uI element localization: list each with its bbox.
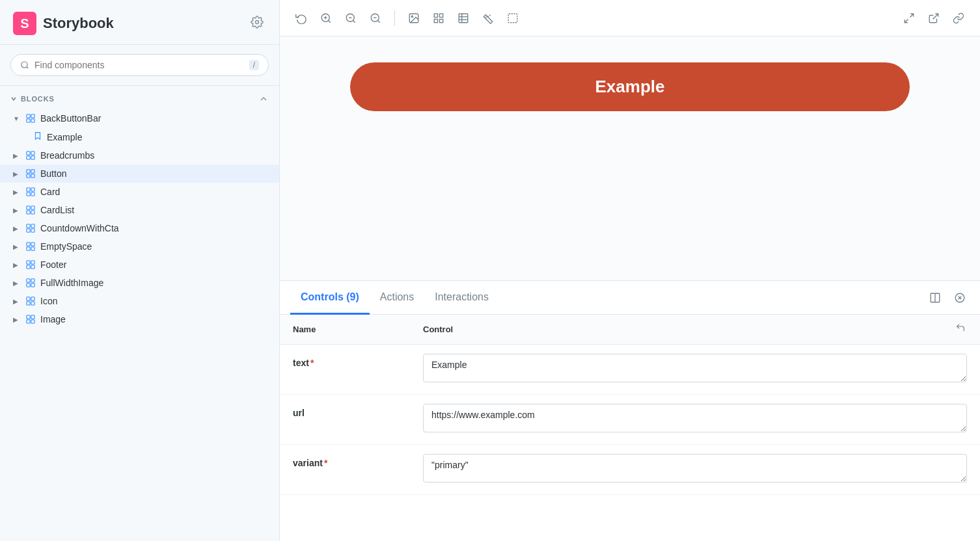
sidebar-item-label: EmptySpace [40, 241, 92, 252]
sidebar-item-cardlist[interactable]: ▶ CardList [0, 201, 279, 219]
grid-icon [26, 114, 35, 123]
svg-rect-3 [27, 114, 30, 118]
sidebar-item-label: BackButtonBar [40, 113, 101, 124]
ruler-icon [482, 12, 494, 24]
control-value-url: https://www.example.com [423, 404, 967, 435]
svg-rect-19 [27, 206, 30, 209]
sidebar-item-example[interactable]: Example [0, 127, 279, 146]
sidebar-item-label: Icon [40, 296, 57, 306]
reload-button[interactable] [290, 8, 312, 28]
expand-arrow-icon: ▶ [13, 225, 21, 232]
tab-interactions[interactable]: Interactions [424, 282, 499, 315]
expand-arrow-icon: ▶ [13, 243, 21, 250]
svg-rect-68 [508, 14, 517, 23]
link-icon [953, 12, 964, 24]
settings-button[interactable] [248, 13, 266, 34]
sidebar-item-button[interactable]: ▶ Button [0, 165, 279, 183]
expand-arrow-icon: ▶ [13, 152, 21, 159]
outline-button[interactable] [502, 8, 524, 28]
sidebar-item-fullwidthimage[interactable]: ▶ FullWidthImage [0, 274, 279, 292]
svg-rect-39 [27, 297, 30, 300]
tab-controls[interactable]: Controls (9) [290, 282, 370, 315]
component-icon [26, 278, 35, 287]
reset-controls-button[interactable] [954, 321, 967, 337]
chevron-down-icon [10, 96, 17, 102]
svg-rect-8 [31, 152, 34, 155]
sidebar-item-image[interactable]: ▶ Image [0, 310, 279, 328]
svg-rect-59 [434, 19, 437, 22]
copy-link-button[interactable] [947, 8, 970, 28]
control-value-variant: "primary" [423, 454, 967, 485]
svg-rect-22 [31, 211, 34, 214]
logo-icon: S [13, 12, 36, 35]
example-button[interactable]: Example [350, 62, 910, 111]
new-tab-button[interactable] [923, 8, 945, 28]
sidebar: S Storybook / BLOCKS [0, 0, 280, 541]
split-panel-button[interactable] [925, 289, 945, 306]
search-wrapper: / [10, 54, 269, 76]
svg-rect-23 [27, 224, 30, 228]
svg-rect-44 [31, 315, 34, 319]
sidebar-item-countdownwithcta[interactable]: ▶ CountdownWithCta [0, 219, 279, 237]
sidebar-item-emptyspace[interactable]: ▶ EmptySpace [0, 237, 279, 256]
grid-icon [26, 242, 35, 251]
svg-rect-35 [27, 279, 30, 282]
split-view-icon [929, 292, 941, 304]
story-icon [34, 131, 42, 140]
svg-line-69 [910, 14, 914, 17]
expand-arrow-icon: ▶ [13, 189, 21, 196]
svg-rect-13 [27, 174, 30, 178]
fullscreen-button[interactable] [898, 8, 920, 28]
grid-view-button[interactable] [428, 8, 450, 28]
sidebar-item-backbuttonbar[interactable]: ▼ BackButtonBar [0, 109, 279, 127]
sidebar-item-icon[interactable]: ▶ Icon [0, 292, 279, 310]
grid-icon [26, 151, 35, 160]
sidebar-item-label: Image [40, 314, 66, 324]
component-icon [26, 224, 35, 233]
variant-input[interactable]: "primary" [423, 454, 967, 482]
ruler-button[interactable] [477, 8, 499, 28]
svg-rect-21 [27, 211, 30, 214]
svg-rect-16 [31, 188, 34, 191]
image-view-button[interactable] [403, 8, 425, 28]
sidebar-item-card[interactable]: ▶ Card [0, 183, 279, 201]
zoom-out-button[interactable] [340, 8, 362, 28]
main-area: Example Controls (9) Actions Interaction… [280, 0, 980, 541]
zoom-in-button[interactable] [315, 8, 337, 28]
sidebar-item-label: Button [40, 168, 66, 179]
svg-line-48 [328, 20, 330, 22]
close-panel-button[interactable] [950, 289, 970, 306]
svg-rect-57 [434, 14, 437, 17]
svg-rect-37 [27, 284, 30, 287]
app-name: Storybook [43, 15, 114, 32]
toolbar-separator [394, 10, 395, 26]
sidebar-item-breadcrumbs[interactable]: ▶ Breadcrumbs [0, 146, 279, 165]
svg-rect-12 [31, 170, 34, 173]
component-icon [26, 187, 35, 196]
preview-area: Example [280, 36, 980, 281]
nav-list: ▼ BackButtonBar Example ▶ [0, 109, 279, 541]
tab-actions[interactable]: Actions [370, 282, 424, 315]
svg-rect-36 [31, 279, 34, 282]
zoom-reset-button[interactable] [364, 8, 387, 28]
svg-line-65 [485, 16, 487, 18]
control-row-url: url https://www.example.com [280, 395, 980, 445]
table-icon [457, 12, 469, 24]
text-input[interactable]: Example [423, 354, 967, 382]
sidebar-item-label: FullWidthImage [40, 278, 103, 288]
svg-rect-60 [440, 19, 443, 22]
grid-icon [26, 224, 35, 233]
sidebar-item-footer[interactable]: ▶ Footer [0, 256, 279, 274]
svg-rect-32 [31, 261, 34, 264]
search-input[interactable] [34, 60, 244, 70]
url-input[interactable]: https://www.example.com [423, 404, 967, 432]
svg-rect-30 [31, 247, 34, 250]
gear-icon [251, 16, 264, 29]
svg-rect-40 [31, 297, 34, 300]
control-row-variant: variant * "primary" [280, 445, 980, 495]
required-star: * [310, 358, 314, 368]
grid-icon [26, 278, 35, 287]
sidebar-item-label: Example [47, 132, 82, 142]
expand-arrow-icon: ▶ [13, 170, 21, 178]
table-view-button[interactable] [452, 8, 474, 28]
